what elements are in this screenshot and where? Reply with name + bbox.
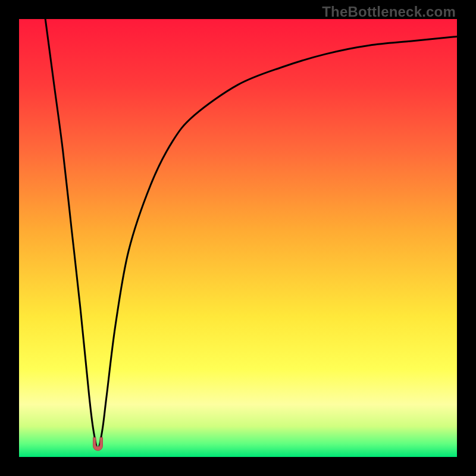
chart-frame: TheBottleneck.com — [0, 0, 476, 476]
plot-area — [19, 19, 457, 457]
svg-rect-0 — [19, 19, 457, 457]
watermark-text: TheBottleneck.com — [322, 4, 456, 20]
background-gradient — [19, 19, 457, 457]
